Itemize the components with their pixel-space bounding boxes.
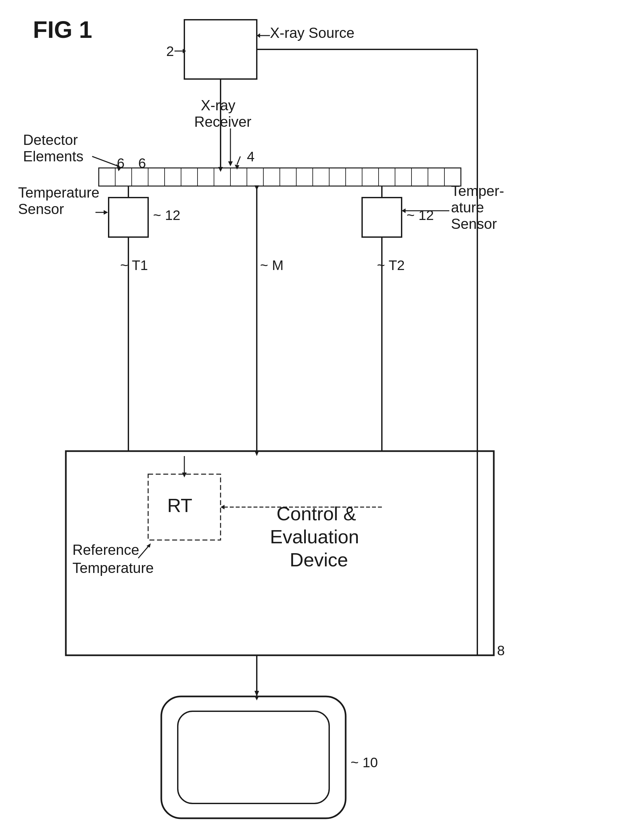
diagram-container: FIG 1 X-ray Source 2 X-ray Receiver 4 De… bbox=[0, 0, 636, 840]
label-6a: 6 bbox=[117, 155, 125, 171]
label-12a: ~ 12 bbox=[153, 207, 180, 223]
label-6b: 6 bbox=[138, 155, 146, 171]
label-2: 2 bbox=[166, 43, 174, 59]
temp-sensor-left-label-1: Temperature bbox=[18, 185, 99, 201]
temp-sensor-right-label-3: Sensor bbox=[451, 216, 497, 232]
control-label-2: Evaluation bbox=[270, 526, 359, 547]
ref-temp-label-1: Reference bbox=[73, 542, 139, 558]
svg-rect-0 bbox=[0, 0, 636, 840]
label-12b: ~ 12 bbox=[407, 207, 434, 223]
xray-receiver-label-2: Receiver bbox=[194, 114, 251, 130]
label-10: ~ 10 bbox=[350, 755, 378, 770]
label-T1: ~ T1 bbox=[120, 257, 148, 273]
label-4: 4 bbox=[247, 149, 254, 164]
temp-sensor-right-label-1: Temper- bbox=[451, 183, 504, 199]
temp-sensor-right-label-2: ature bbox=[451, 199, 484, 215]
control-label-1: Control & bbox=[276, 503, 356, 524]
xray-receiver-label-1: X-ray bbox=[201, 97, 235, 113]
label-8: 8 bbox=[497, 643, 505, 658]
fig-title: FIG 1 bbox=[33, 16, 92, 43]
control-label-3: Device bbox=[290, 549, 348, 570]
detector-elements-label-1: Detector bbox=[23, 132, 78, 148]
xray-source-label: X-ray Source bbox=[270, 25, 355, 41]
label-T2: ~ T2 bbox=[377, 257, 405, 273]
label-M: ~ M bbox=[260, 257, 283, 273]
temp-sensor-left-label-2: Sensor bbox=[18, 201, 64, 217]
detector-elements-label-2: Elements bbox=[23, 148, 83, 164]
ref-temp-label-2: Temperature bbox=[73, 560, 154, 576]
RT-label: RT bbox=[167, 494, 192, 516]
